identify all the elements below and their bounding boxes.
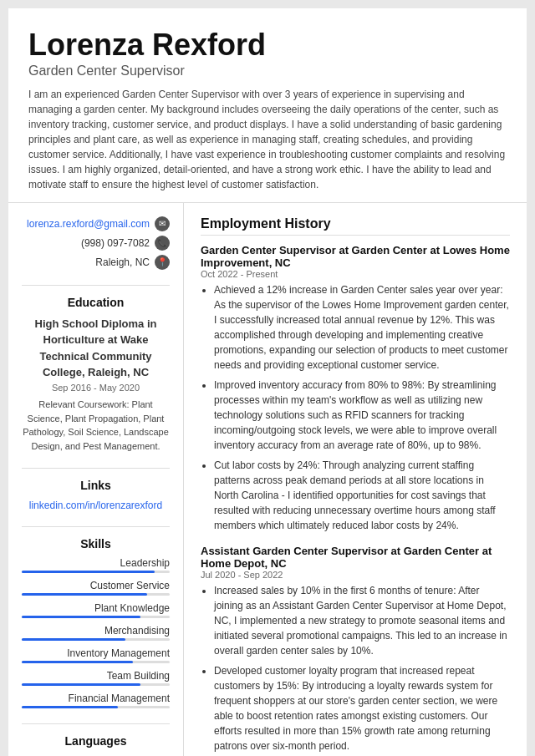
education-heading: Education	[22, 296, 170, 309]
skill-label: Financial Management	[22, 693, 170, 704]
job-bullet: Increased sales by 10% in the first 6 mo…	[214, 583, 510, 658]
email-link[interactable]: lorenza.rexford@gmail.com	[27, 218, 150, 230]
skill-item: Merchandising	[22, 625, 170, 641]
job-bullets: Increased sales by 10% in the first 6 mo…	[201, 583, 510, 756]
skill-item: Plant Knowledge	[22, 602, 170, 618]
skill-label: Inventory Management	[22, 647, 170, 659]
candidate-summary: I am an experienced Garden Center Superv…	[28, 87, 507, 192]
candidate-name: Lorenza Rexford	[28, 28, 507, 62]
skill-label: Leadership	[22, 557, 170, 569]
job-bullet: Improved inventory accuracy from 80% to …	[214, 378, 510, 453]
email-icon: ✉	[155, 216, 170, 231]
skill-bar-background	[22, 706, 170, 708]
contact-phone: (998) 097-7082 📞	[22, 236, 170, 251]
skill-label: Team Building	[22, 670, 170, 682]
job-dates: Jul 2020 - Sep 2022	[201, 570, 510, 580]
skill-item: Customer Service	[22, 580, 170, 596]
job-dates: Oct 2022 - Present	[201, 269, 510, 279]
job-bullets: Achieved a 12% increase in Garden Center…	[201, 282, 510, 533]
skill-bar-fill	[22, 616, 140, 618]
jobs-list: Garden Center Supervisor at Garden Cente…	[201, 244, 510, 756]
job-bullet: Developed customer loyalty program that …	[214, 663, 510, 753]
skills-heading: Skills	[22, 537, 170, 551]
links-block: linkedin.com/in/lorenzarexford	[22, 499, 170, 511]
skill-bar-fill	[22, 571, 155, 573]
skill-bar-background	[22, 638, 170, 641]
skill-item: Financial Management	[22, 693, 170, 708]
contact-section: lorenza.rexford@gmail.com ✉ (998) 097-70…	[22, 216, 170, 270]
skill-bar-background	[22, 593, 170, 596]
education-degree: High School Diploma in Horticulture at W…	[22, 316, 170, 381]
skill-label: Plant Knowledge	[22, 602, 170, 614]
skill-bar-background	[22, 661, 170, 663]
job-bullet: Achieved a 12% increase in Garden Center…	[214, 282, 510, 373]
skill-item: Team Building	[22, 670, 170, 686]
skill-bar-fill	[22, 661, 133, 663]
education-dates: Sep 2016 - May 2020	[22, 381, 170, 395]
skills-section: Skills Leadership Customer Service Plant…	[22, 537, 170, 708]
left-column: lorenza.rexford@gmail.com ✉ (998) 097-70…	[8, 203, 184, 756]
skill-label: Customer Service	[22, 580, 170, 591]
languages-heading: Languages	[22, 734, 170, 748]
skill-label: Merchandising	[22, 625, 170, 637]
contact-location: Raleigh, NC 📍	[22, 255, 170, 270]
skill-bar-fill	[22, 683, 140, 686]
job-title: Assistant Garden Center Supervisor at Ga…	[201, 545, 510, 570]
job-block: Garden Center Supervisor at Garden Cente…	[201, 244, 510, 533]
candidate-title: Garden Center Supervisor	[28, 63, 507, 79]
location-icon: 📍	[155, 255, 170, 270]
resume-header: Lorenza Rexford Garden Center Supervisor…	[8, 8, 527, 203]
skill-item: Leadership	[22, 557, 170, 573]
skill-bar-fill	[22, 706, 118, 708]
languages-section: Languages English	[22, 734, 170, 756]
phone-icon: 📞	[155, 236, 170, 251]
links-heading: Links	[22, 479, 170, 492]
linkedin-link[interactable]: linkedin.com/in/lorenzarexford	[29, 500, 162, 511]
job-bullet: Cut labor costs by 24%: Through analyzin…	[214, 458, 510, 533]
job-block: Assistant Garden Center Supervisor at Ga…	[201, 545, 510, 756]
skill-bar-fill	[22, 593, 147, 596]
skill-bar-background	[22, 683, 170, 686]
job-title: Garden Center Supervisor at Garden Cente…	[201, 244, 510, 269]
education-block: High School Diploma in Horticulture at W…	[22, 316, 170, 454]
skills-list: Leadership Customer Service Plant Knowle…	[22, 557, 170, 708]
employment-heading: Employment History	[201, 216, 510, 236]
skill-item: Inventory Management	[22, 647, 170, 663]
skill-bar-background	[22, 616, 170, 618]
right-column: Employment History Garden Center Supervi…	[184, 203, 527, 756]
skill-bar-fill	[22, 638, 125, 641]
links-section: Links linkedin.com/in/lorenzarexford	[22, 479, 170, 511]
employment-section: Employment History Garden Center Supervi…	[201, 216, 510, 756]
contact-email: lorenza.rexford@gmail.com ✉	[22, 216, 170, 231]
skill-bar-background	[22, 571, 170, 573]
education-section: Education High School Diploma in Horticu…	[22, 296, 170, 454]
education-coursework: Relevant Coursework: Plant Science, Plan…	[22, 398, 170, 453]
